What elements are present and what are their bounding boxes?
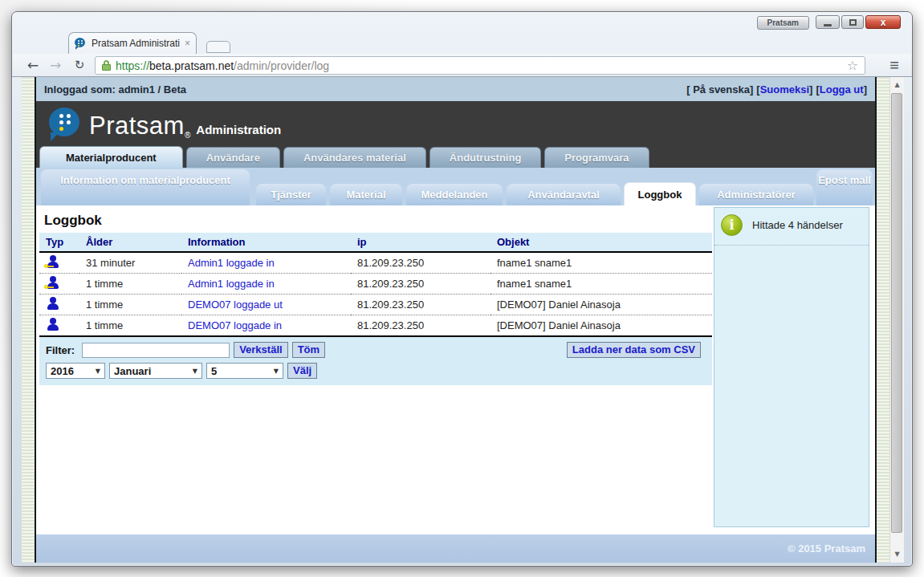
column-header-information: Information (181, 233, 351, 252)
log-info-link[interactable]: DEMO07 loggade ut (188, 299, 283, 311)
main-tab-anvandare[interactable]: Användare (186, 147, 280, 168)
date-submit-button[interactable]: Välj (287, 363, 317, 379)
log-objekt: [DEMO07] Daniel Ainasoja (490, 315, 712, 337)
url-host: beta.pratsam.net (149, 59, 234, 72)
table-row: 31 minuter Admin1 loggade in 81.209.23.2… (39, 252, 712, 274)
date-select-row: 2016 ▼ Januari ▼ 5 ▼ Välj (39, 360, 712, 381)
tab-title: Pratsam Administration (92, 38, 180, 49)
sub-tabs: Information om materialproducent Tjänste… (36, 168, 875, 205)
browser-tab[interactable]: Pratsam Administration × (68, 32, 197, 54)
url-text: https://beta.pratsam.net/admin/provider/… (116, 59, 329, 72)
month-select[interactable]: Januari ▼ (109, 363, 202, 379)
page-background-stripe-left (22, 77, 35, 563)
close-icon: x (881, 17, 886, 28)
scroll-up-icon[interactable]: ▲ (890, 79, 904, 91)
sub-tab-information-om-materialproducent[interactable]: Information om materialproducent (41, 169, 250, 205)
dropdown-arrow-icon: ▼ (193, 368, 197, 375)
browser-scrollbar[interactable]: ▲ ▼ (889, 77, 904, 563)
tab-close-icon[interactable]: × (185, 39, 190, 48)
main-tab-andutrustning[interactable]: Ändutrustning (429, 147, 542, 168)
clear-filter-button[interactable]: Töm (292, 342, 325, 358)
registered-mark: ® (185, 131, 190, 140)
window-controls: x (816, 15, 901, 29)
log-ip: 81.209.23.250 (351, 274, 490, 295)
main-tabs: Materialproducent Användare Användares m… (39, 146, 649, 168)
logout-link-label[interactable]: Logga ut (820, 83, 864, 95)
log-age: 1 timme (79, 295, 181, 315)
scroll-down-icon[interactable]: ▼ (890, 548, 904, 561)
log-info-link[interactable]: Admin1 loggade in (188, 278, 275, 290)
filter-row: Filter: Verkställ Töm Ladda ner data som… (39, 339, 712, 360)
sub-tab-administratorer[interactable]: Administratörer (699, 184, 813, 205)
dropdown-arrow-icon: ▼ (274, 368, 279, 375)
month-select-value: Januari (114, 365, 151, 377)
year-select[interactable]: 2016 ▼ (46, 363, 105, 379)
sub-tab-loggbok[interactable]: Loggbok (624, 182, 696, 205)
language-link-label[interactable]: Suomeksi (760, 83, 809, 95)
maximize-button[interactable] (841, 15, 864, 29)
address-bar[interactable]: https://beta.pratsam.net/admin/provider/… (95, 56, 865, 75)
dropdown-arrow-icon: ▼ (96, 368, 100, 375)
log-ip: 81.209.23.250 (351, 252, 490, 274)
sub-tab-tjanster[interactable]: Tjänster (256, 184, 326, 205)
app-subtitle: Administration (196, 123, 281, 136)
log-objekt: [DEMO07] Daniel Ainasoja (490, 295, 712, 315)
desktop: Pratsam x Pratsam Administration × ← → (0, 0, 924, 577)
page-footer: © 2015 Pratsam (36, 534, 875, 563)
forward-icon[interactable]: → (46, 55, 65, 75)
log-age: 31 minuter (79, 252, 181, 274)
sub-tab-meddelanden[interactable]: Meddelanden (406, 184, 503, 205)
minimize-icon (824, 24, 832, 26)
log-info-link[interactable]: Admin1 loggade in (188, 257, 275, 269)
logout-link[interactable]: [Logga ut] (816, 83, 867, 95)
minimize-button[interactable] (816, 15, 840, 29)
url-scheme: https:// (116, 59, 149, 72)
day-select[interactable]: 5 ▼ (206, 363, 283, 379)
column-header-typ: Typ (39, 233, 79, 252)
language-link-suomeksi[interactable]: [Suomeksi] (756, 83, 812, 95)
copyright-text: © 2015 Pratsam (788, 542, 865, 555)
column-header-objekt: Objekt (490, 233, 712, 252)
column-header-alder: Ålder (79, 233, 181, 252)
log-objekt: fname1 sname1 (490, 274, 712, 295)
filter-label: Filter: (46, 344, 75, 356)
close-button[interactable]: x (865, 15, 901, 29)
log-age: 1 timme (79, 274, 181, 295)
log-age: 1 timme (79, 315, 181, 337)
bookmark-star-icon[interactable]: ☆ (847, 58, 858, 73)
url-path: /admin/provider/log (234, 59, 329, 72)
pratsam-bubble-icon (49, 108, 81, 138)
logged-in-text: Inloggad som: admin1 / Beta (44, 83, 186, 95)
column-header-ip: ip (351, 233, 490, 252)
main-tab-materialproducent[interactable]: Materialproducent (39, 146, 183, 168)
language-current[interactable]: [ På svenska] (686, 83, 753, 95)
sub-tab-epost-mall[interactable]: Epost mall (816, 169, 873, 205)
year-select-value: 2016 (51, 365, 74, 377)
filter-panel: Filter: Verkställ Töm Ladda ner data som… (39, 337, 712, 385)
sub-tab-material[interactable]: Material (330, 184, 402, 205)
filter-input[interactable] (82, 343, 230, 358)
page: Inloggad som: admin1 / Beta [ På svenska… (36, 77, 875, 563)
maximize-icon (849, 19, 857, 26)
log-ip: 81.209.23.250 (351, 315, 490, 337)
log-info-link[interactable]: DEMO07 loggade in (188, 319, 282, 331)
user-icon (46, 297, 60, 310)
table-row: 1 timme DEMO07 loggade ut 81.209.23.250 … (39, 295, 712, 315)
back-icon[interactable]: ← (23, 55, 43, 75)
download-csv-button[interactable]: Ladda ner data som CSV (567, 342, 701, 358)
scrollbar-thumb[interactable] (891, 93, 902, 533)
browser-menu-icon[interactable]: ≡ (889, 55, 899, 75)
window-frame-pratsam-button[interactable]: Pratsam (757, 16, 809, 30)
result-info-header: i Hittade 4 händelser (714, 208, 869, 246)
login-topbar: Inloggad som: admin1 / Beta [ På svenska… (36, 77, 875, 101)
admin-user-key-icon (46, 255, 60, 268)
browser-toolbar: ← → ↻ https://beta.pratsam.net/admin/pro… (12, 54, 912, 77)
reload-icon[interactable]: ↻ (70, 55, 89, 75)
apply-filter-button[interactable]: Verkställ (234, 342, 288, 358)
sub-tab-anvandaravtal[interactable]: Användaravtal (507, 184, 621, 205)
new-tab-button[interactable] (206, 41, 230, 53)
main-tab-programvara[interactable]: Programvara (544, 147, 649, 168)
title-bar[interactable]: Pratsam x (12, 12, 912, 30)
log-table: Typ Ålder Information ip Objekt 31 minut… (39, 233, 712, 337)
main-tab-anvandares-material[interactable]: Användares material (283, 147, 426, 168)
